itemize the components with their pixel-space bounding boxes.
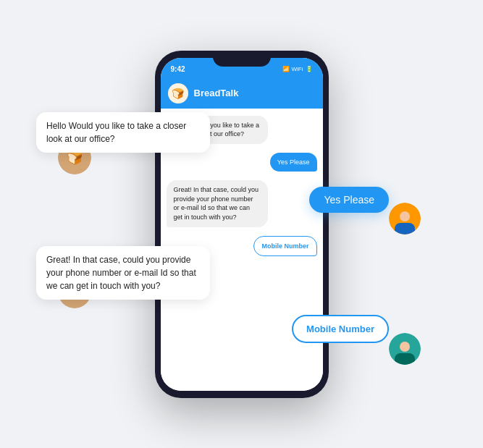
float-outline-text-1: Mobile Number	[306, 324, 374, 334]
float-received-text-1: Hello Would you like to take a closer lo…	[46, 121, 186, 144]
phone-notch	[213, 51, 271, 67]
message-row-2: Yes Please	[167, 153, 317, 172]
app-bar-avatar: 🍞	[168, 83, 188, 103]
float-outline-bubble-1[interactable]: Mobile Number	[292, 315, 389, 343]
status-time: 9:42	[171, 65, 185, 73]
app-bar-title: BreadTalk	[194, 88, 239, 98]
status-icons: 📶 WiFi 🔋	[282, 66, 313, 72]
user-avatar-2	[389, 333, 421, 365]
float-received-bubble-2: Great! In that case, could you provide y…	[36, 246, 210, 300]
wifi-icon: WiFi	[292, 66, 303, 72]
avatar-head-2	[400, 342, 410, 352]
signal-icon: 📶	[282, 66, 290, 72]
float-sent-bubble-1: Yes Please	[309, 187, 389, 213]
avatar-head-1	[400, 211, 410, 221]
sent-bubble-1: Yes Please	[270, 153, 317, 172]
outline-bubble-1: Mobile Number	[253, 236, 316, 257]
user-avatar-1	[389, 203, 421, 234]
scene: 9:42 📶 WiFi 🔋 🍞 BreadTalk Hello Would yo…	[0, 0, 483, 448]
battery-icon: 🔋	[306, 66, 313, 72]
float-sent-text-1: Yes Please	[324, 194, 374, 206]
float-received-bubble-1: Hello Would you like to take a closer lo…	[36, 112, 210, 153]
user-avatar-circle-1	[389, 203, 421, 234]
received-bubble-2: Great! In that case, could you provide y…	[167, 180, 268, 227]
phone-frame: 9:42 📶 WiFi 🔋 🍞 BreadTalk Hello Would yo…	[155, 51, 329, 398]
user-avatar-circle-2	[389, 333, 421, 365]
avatar-body-1	[395, 223, 415, 234]
float-received-text-2: Great! In that case, could you provide y…	[46, 255, 196, 291]
avatar-body-2	[395, 353, 415, 365]
app-bar: 🍞 BreadTalk	[161, 78, 323, 109]
message-row-3: Great! In that case, could you provide y…	[167, 180, 317, 227]
